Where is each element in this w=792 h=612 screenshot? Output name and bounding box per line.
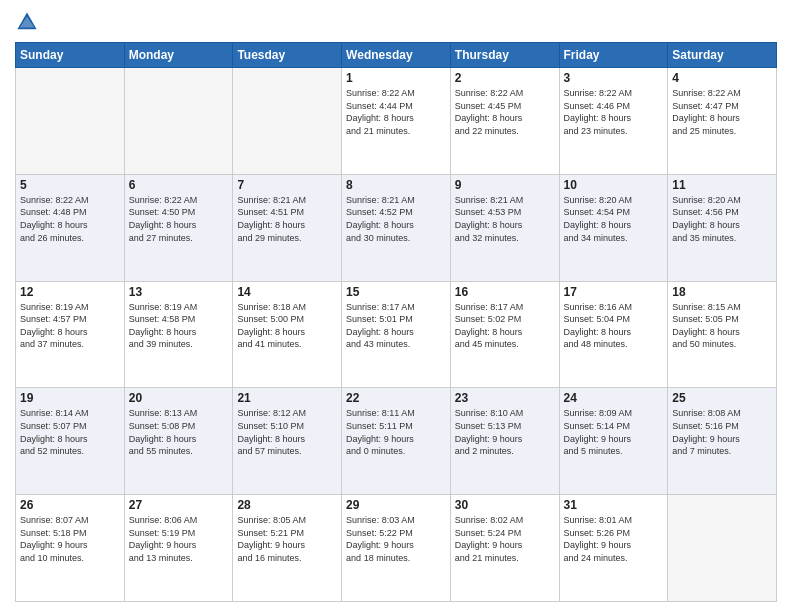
weekday-header-saturday: Saturday — [668, 43, 777, 68]
day-info: Sunrise: 8:09 AM Sunset: 5:14 PM Dayligh… — [564, 407, 664, 457]
day-number: 3 — [564, 71, 664, 85]
day-info: Sunrise: 8:21 AM Sunset: 4:53 PM Dayligh… — [455, 194, 555, 244]
day-cell-2: 2Sunrise: 8:22 AM Sunset: 4:45 PM Daylig… — [450, 68, 559, 175]
day-cell-24: 24Sunrise: 8:09 AM Sunset: 5:14 PM Dayli… — [559, 388, 668, 495]
day-info: Sunrise: 8:22 AM Sunset: 4:48 PM Dayligh… — [20, 194, 120, 244]
weekday-header-tuesday: Tuesday — [233, 43, 342, 68]
day-info: Sunrise: 8:08 AM Sunset: 5:16 PM Dayligh… — [672, 407, 772, 457]
day-number: 19 — [20, 391, 120, 405]
day-cell-9: 9Sunrise: 8:21 AM Sunset: 4:53 PM Daylig… — [450, 174, 559, 281]
week-row-5: 26Sunrise: 8:07 AM Sunset: 5:18 PM Dayli… — [16, 495, 777, 602]
day-cell-25: 25Sunrise: 8:08 AM Sunset: 5:16 PM Dayli… — [668, 388, 777, 495]
day-info: Sunrise: 8:07 AM Sunset: 5:18 PM Dayligh… — [20, 514, 120, 564]
day-info: Sunrise: 8:13 AM Sunset: 5:08 PM Dayligh… — [129, 407, 229, 457]
day-number: 26 — [20, 498, 120, 512]
day-info: Sunrise: 8:20 AM Sunset: 4:56 PM Dayligh… — [672, 194, 772, 244]
day-cell-12: 12Sunrise: 8:19 AM Sunset: 4:57 PM Dayli… — [16, 281, 125, 388]
day-info: Sunrise: 8:19 AM Sunset: 4:58 PM Dayligh… — [129, 301, 229, 351]
day-cell-4: 4Sunrise: 8:22 AM Sunset: 4:47 PM Daylig… — [668, 68, 777, 175]
day-cell-13: 13Sunrise: 8:19 AM Sunset: 4:58 PM Dayli… — [124, 281, 233, 388]
day-number: 21 — [237, 391, 337, 405]
page: SundayMondayTuesdayWednesdayThursdayFrid… — [0, 0, 792, 612]
day-number: 5 — [20, 178, 120, 192]
calendar-table: SundayMondayTuesdayWednesdayThursdayFrid… — [15, 42, 777, 602]
day-cell-16: 16Sunrise: 8:17 AM Sunset: 5:02 PM Dayli… — [450, 281, 559, 388]
day-number: 7 — [237, 178, 337, 192]
day-number: 27 — [129, 498, 229, 512]
day-number: 28 — [237, 498, 337, 512]
day-cell-7: 7Sunrise: 8:21 AM Sunset: 4:51 PM Daylig… — [233, 174, 342, 281]
day-number: 29 — [346, 498, 446, 512]
day-info: Sunrise: 8:10 AM Sunset: 5:13 PM Dayligh… — [455, 407, 555, 457]
day-number: 24 — [564, 391, 664, 405]
day-info: Sunrise: 8:22 AM Sunset: 4:44 PM Dayligh… — [346, 87, 446, 137]
day-cell-22: 22Sunrise: 8:11 AM Sunset: 5:11 PM Dayli… — [342, 388, 451, 495]
day-number: 16 — [455, 285, 555, 299]
day-number: 30 — [455, 498, 555, 512]
weekday-header-thursday: Thursday — [450, 43, 559, 68]
day-number: 11 — [672, 178, 772, 192]
day-info: Sunrise: 8:06 AM Sunset: 5:19 PM Dayligh… — [129, 514, 229, 564]
day-info: Sunrise: 8:21 AM Sunset: 4:51 PM Dayligh… — [237, 194, 337, 244]
day-info: Sunrise: 8:20 AM Sunset: 4:54 PM Dayligh… — [564, 194, 664, 244]
day-number: 1 — [346, 71, 446, 85]
day-info: Sunrise: 8:03 AM Sunset: 5:22 PM Dayligh… — [346, 514, 446, 564]
day-cell-21: 21Sunrise: 8:12 AM Sunset: 5:10 PM Dayli… — [233, 388, 342, 495]
day-cell-15: 15Sunrise: 8:17 AM Sunset: 5:01 PM Dayli… — [342, 281, 451, 388]
day-number: 22 — [346, 391, 446, 405]
day-number: 8 — [346, 178, 446, 192]
day-number: 25 — [672, 391, 772, 405]
weekday-header-sunday: Sunday — [16, 43, 125, 68]
day-info: Sunrise: 8:21 AM Sunset: 4:52 PM Dayligh… — [346, 194, 446, 244]
day-cell-5: 5Sunrise: 8:22 AM Sunset: 4:48 PM Daylig… — [16, 174, 125, 281]
day-cell-17: 17Sunrise: 8:16 AM Sunset: 5:04 PM Dayli… — [559, 281, 668, 388]
day-cell-26: 26Sunrise: 8:07 AM Sunset: 5:18 PM Dayli… — [16, 495, 125, 602]
day-info: Sunrise: 8:17 AM Sunset: 5:01 PM Dayligh… — [346, 301, 446, 351]
day-number: 2 — [455, 71, 555, 85]
day-cell-6: 6Sunrise: 8:22 AM Sunset: 4:50 PM Daylig… — [124, 174, 233, 281]
day-info: Sunrise: 8:22 AM Sunset: 4:50 PM Dayligh… — [129, 194, 229, 244]
empty-cell — [233, 68, 342, 175]
day-info: Sunrise: 8:19 AM Sunset: 4:57 PM Dayligh… — [20, 301, 120, 351]
day-number: 10 — [564, 178, 664, 192]
day-number: 6 — [129, 178, 229, 192]
week-row-3: 12Sunrise: 8:19 AM Sunset: 4:57 PM Dayli… — [16, 281, 777, 388]
day-cell-20: 20Sunrise: 8:13 AM Sunset: 5:08 PM Dayli… — [124, 388, 233, 495]
header — [15, 10, 777, 34]
weekday-header-friday: Friday — [559, 43, 668, 68]
week-row-2: 5Sunrise: 8:22 AM Sunset: 4:48 PM Daylig… — [16, 174, 777, 281]
day-number: 15 — [346, 285, 446, 299]
day-info: Sunrise: 8:01 AM Sunset: 5:26 PM Dayligh… — [564, 514, 664, 564]
day-cell-14: 14Sunrise: 8:18 AM Sunset: 5:00 PM Dayli… — [233, 281, 342, 388]
day-number: 12 — [20, 285, 120, 299]
day-info: Sunrise: 8:11 AM Sunset: 5:11 PM Dayligh… — [346, 407, 446, 457]
day-info: Sunrise: 8:22 AM Sunset: 4:47 PM Dayligh… — [672, 87, 772, 137]
day-number: 23 — [455, 391, 555, 405]
day-cell-27: 27Sunrise: 8:06 AM Sunset: 5:19 PM Dayli… — [124, 495, 233, 602]
day-cell-11: 11Sunrise: 8:20 AM Sunset: 4:56 PM Dayli… — [668, 174, 777, 281]
day-cell-30: 30Sunrise: 8:02 AM Sunset: 5:24 PM Dayli… — [450, 495, 559, 602]
day-number: 18 — [672, 285, 772, 299]
day-cell-28: 28Sunrise: 8:05 AM Sunset: 5:21 PM Dayli… — [233, 495, 342, 602]
week-row-4: 19Sunrise: 8:14 AM Sunset: 5:07 PM Dayli… — [16, 388, 777, 495]
day-number: 31 — [564, 498, 664, 512]
day-info: Sunrise: 8:12 AM Sunset: 5:10 PM Dayligh… — [237, 407, 337, 457]
day-info: Sunrise: 8:15 AM Sunset: 5:05 PM Dayligh… — [672, 301, 772, 351]
day-cell-1: 1Sunrise: 8:22 AM Sunset: 4:44 PM Daylig… — [342, 68, 451, 175]
day-cell-23: 23Sunrise: 8:10 AM Sunset: 5:13 PM Dayli… — [450, 388, 559, 495]
day-info: Sunrise: 8:17 AM Sunset: 5:02 PM Dayligh… — [455, 301, 555, 351]
empty-cell — [124, 68, 233, 175]
day-cell-3: 3Sunrise: 8:22 AM Sunset: 4:46 PM Daylig… — [559, 68, 668, 175]
day-cell-19: 19Sunrise: 8:14 AM Sunset: 5:07 PM Dayli… — [16, 388, 125, 495]
day-info: Sunrise: 8:02 AM Sunset: 5:24 PM Dayligh… — [455, 514, 555, 564]
day-number: 20 — [129, 391, 229, 405]
day-info: Sunrise: 8:14 AM Sunset: 5:07 PM Dayligh… — [20, 407, 120, 457]
week-row-1: 1Sunrise: 8:22 AM Sunset: 4:44 PM Daylig… — [16, 68, 777, 175]
weekday-header-row: SundayMondayTuesdayWednesdayThursdayFrid… — [16, 43, 777, 68]
day-info: Sunrise: 8:16 AM Sunset: 5:04 PM Dayligh… — [564, 301, 664, 351]
day-number: 13 — [129, 285, 229, 299]
day-info: Sunrise: 8:18 AM Sunset: 5:00 PM Dayligh… — [237, 301, 337, 351]
day-info: Sunrise: 8:22 AM Sunset: 4:46 PM Dayligh… — [564, 87, 664, 137]
logo — [15, 10, 43, 34]
day-info: Sunrise: 8:22 AM Sunset: 4:45 PM Dayligh… — [455, 87, 555, 137]
